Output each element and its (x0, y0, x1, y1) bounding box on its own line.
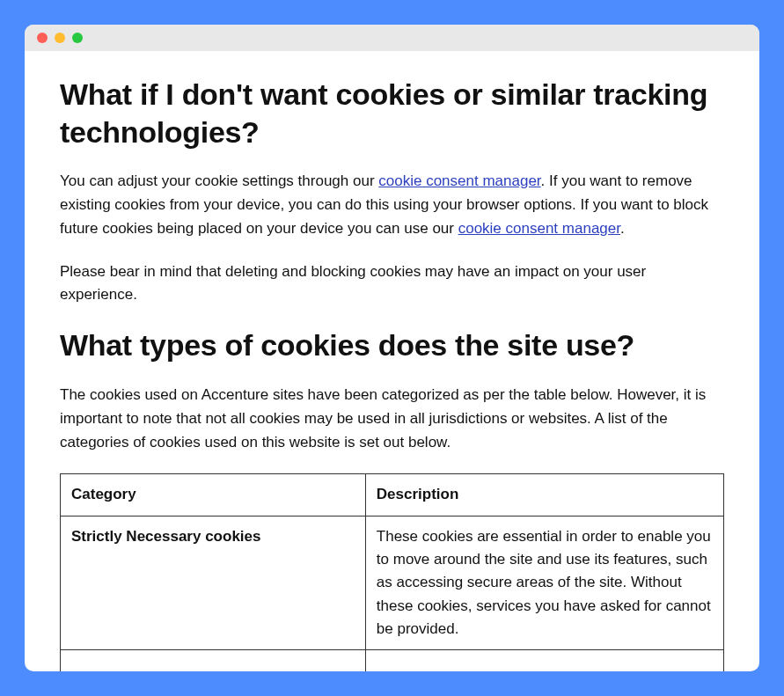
text-fragment: . (620, 220, 625, 237)
section-heading-1: What if I don't want cookies or similar … (60, 76, 724, 150)
section-heading-2: What types of cookies does the site use? (60, 326, 724, 364)
close-icon[interactable] (37, 33, 48, 43)
table-cell-category (61, 650, 366, 671)
cookie-consent-manager-link[interactable]: cookie consent manager (378, 172, 540, 189)
table-cell-description (365, 650, 723, 671)
browser-window: What if I don't want cookies or similar … (25, 25, 759, 671)
section1-paragraph2: Please bear in mind that deleting and bl… (60, 260, 724, 308)
table-header-category: Category (61, 474, 366, 516)
maximize-icon[interactable] (72, 33, 83, 43)
table-cell-category: Strictly Necessary cookies (61, 516, 366, 650)
section1-paragraph1: You can adjust your cookie settings thro… (60, 170, 724, 241)
window-titlebar (25, 25, 759, 51)
table-header-row: Category Description (61, 474, 724, 516)
section2-paragraph1: The cookies used on Accenture sites have… (60, 384, 724, 455)
cookie-consent-manager-link-2[interactable]: cookie consent manager (458, 220, 620, 237)
table-row: Strictly Necessary cookies These cookies… (61, 516, 724, 650)
page-content: What if I don't want cookies or similar … (25, 51, 759, 671)
text-fragment: You can adjust your cookie settings thro… (60, 172, 378, 189)
table-cell-description: These cookies are essential in order to … (365, 516, 723, 650)
cookie-categories-table: Category Description Strictly Necessary … (60, 473, 724, 671)
minimize-icon[interactable] (55, 33, 65, 43)
table-row (61, 650, 724, 671)
table-header-description: Description (365, 474, 723, 516)
